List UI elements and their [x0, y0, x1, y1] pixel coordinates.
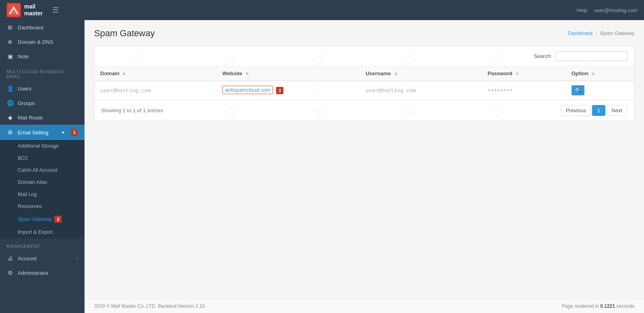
pagination-info: Showing 1 to 1 of 1 entries — [101, 107, 163, 113]
spam-gateway-table: Domain ⇅ Website ⇅ Username ⇅ — [95, 66, 634, 100]
search-label: Search: — [534, 53, 552, 59]
groups-icon: 🌐 — [6, 100, 14, 106]
sidebar-item-users[interactable]: 👤 Users — [0, 81, 85, 96]
sidebar-section-business: Multi-Cloud Business Email — [0, 64, 85, 81]
sidebar-section-management: Management — [0, 238, 85, 251]
sidebar-item-note[interactable]: ▣ Note — [0, 49, 85, 64]
breadcrumb-home[interactable]: Dashboard — [568, 31, 592, 36]
marker-1: 1 — [71, 129, 78, 136]
logo-text: mailmaster — [24, 3, 43, 17]
sort-icon-password[interactable]: ⇅ — [516, 72, 519, 76]
sidebar-sub-item-domain-alias[interactable]: Domain Alias — [0, 176, 85, 188]
pagination-controls: Previous 1 Next — [560, 105, 627, 116]
cell-username: user@hosting.com — [360, 81, 482, 100]
marker-2: 2 — [54, 216, 62, 223]
password-value: •••••••• — [488, 87, 513, 93]
sidebar-sub-item-mail-log[interactable]: Mail Log — [0, 188, 85, 200]
sidebar-sub-item-bcc[interactable]: BCC — [0, 152, 85, 164]
sidebar-item-administrator[interactable]: ⚙ Administrator — [0, 266, 85, 280]
domain-value: user@hosting.com — [100, 87, 151, 93]
email-setting-submenu: Additional Storage BCC Catch-All Account… — [0, 140, 85, 238]
logo-icon — [6, 3, 21, 17]
footer: 2019 © Mail Master Co.,LTD. Backend Vers… — [85, 299, 644, 313]
sidebar-item-label: Note — [18, 54, 29, 60]
cell-password: •••••••• — [482, 81, 566, 100]
cell-domain: user@hosting.com — [95, 81, 217, 100]
next-button[interactable]: Next — [606, 105, 627, 116]
note-icon: ▣ — [6, 53, 14, 60]
user-label: user@hosting.com — [594, 7, 638, 13]
help-link[interactable]: Help — [577, 7, 588, 13]
column-username: Username ⇅ — [360, 66, 482, 81]
sidebar-item-email-setting[interactable]: ⚙ Email Setting ▼ 1 — [0, 125, 85, 140]
marker-3: 3 — [276, 87, 283, 94]
sidebar-sub-item-spam-gateway[interactable]: Spam Gateway 2 — [0, 212, 85, 226]
domain-icon: ⊕ — [6, 39, 14, 45]
sidebar-item-label: Users — [18, 86, 31, 92]
hamburger-button[interactable]: ☰ — [52, 6, 59, 14]
main: Spam Gateway Dashboard / Spam Gateway //… — [85, 20, 644, 313]
column-website: Website ⇅ — [217, 66, 360, 81]
sidebar-item-groups[interactable]: 🌐 Groups — [0, 96, 85, 110]
table-row: user@hosting.com antispamcloud.com 3 use… — [95, 81, 634, 100]
logo: mailmaster — [6, 3, 43, 17]
sidebar-item-label: Groups — [18, 100, 35, 106]
breadcrumb-separator: / — [596, 31, 597, 36]
sidebar-sub-item-additional-storage[interactable]: Additional Storage — [0, 140, 85, 152]
card-content: Search: Domain ⇅ Web — [95, 46, 634, 121]
breadcrumb-current: Spam Gateway — [600, 31, 634, 36]
sidebar-item-mail-route[interactable]: ◆ Mail Route — [0, 110, 85, 125]
email-setting-icon: ⚙ — [6, 129, 14, 136]
dashboard-icon: ⊞ — [6, 24, 14, 31]
content-area: Spam Gateway Dashboard / Spam Gateway //… — [85, 20, 644, 299]
search-input[interactable] — [555, 51, 627, 61]
website-link[interactable]: antispamcloud.com — [222, 86, 273, 94]
cell-website: antispamcloud.com 3 — [217, 81, 360, 100]
layout: ⊞ Dashboard ⊕ Domain & DNS ▣ Note Multi-… — [0, 20, 644, 313]
sidebar-item-label: Administrator — [18, 270, 49, 276]
view-button[interactable]: 🔍 — [572, 85, 584, 95]
account-icon: 🖨 — [6, 255, 14, 262]
previous-button[interactable]: Previous — [560, 105, 591, 116]
breadcrumb: Dashboard / Spam Gateway — [568, 31, 634, 36]
topbar-right: Help user@hosting.com — [577, 7, 638, 13]
footer-copyright: 2019 © Mail Master Co.,LTD. Backend Vers… — [94, 303, 205, 309]
table-header-row: Domain ⇅ Website ⇅ Username ⇅ — [95, 66, 634, 81]
footer-render: Page rendered in 0.1221 seconds — [562, 303, 634, 309]
page-title: Spam Gateway — [94, 28, 155, 39]
column-domain: Domain ⇅ — [95, 66, 217, 81]
sidebar-item-label: Domain & DNS — [18, 39, 53, 45]
mail-route-icon: ◆ — [6, 114, 14, 121]
topbar: mailmaster ☰ Help user@hosting.com — [0, 0, 644, 20]
users-icon: 👤 — [6, 85, 14, 92]
column-password: Password ⇅ — [482, 66, 566, 81]
administrator-icon: ⚙ — [6, 270, 14, 276]
sidebar: ⊞ Dashboard ⊕ Domain & DNS ▣ Note Multi-… — [0, 20, 85, 313]
sidebar-sub-item-resources[interactable]: Resources — [0, 200, 85, 212]
sidebar-item-label: Email Setting — [18, 130, 49, 136]
sort-icon-option[interactable]: ⇅ — [591, 72, 594, 76]
sidebar-sub-item-catch-all[interactable]: Catch-All Account — [0, 164, 85, 176]
search-bar: Search: — [95, 46, 634, 66]
sort-icon-domain[interactable]: ⇅ — [122, 72, 126, 76]
username-value: user@hosting.com — [365, 87, 416, 93]
page-header: Spam Gateway Dashboard / Spam Gateway — [94, 28, 634, 39]
pagination-area: Showing 1 to 1 of 1 entries Previous 1 N… — [95, 100, 634, 121]
chevron-right-icon: › — [77, 256, 78, 261]
sidebar-item-account[interactable]: 🖨 Account › — [0, 251, 85, 266]
sidebar-item-label: Account — [18, 255, 37, 262]
sidebar-sub-item-import-export[interactable]: Import & Export — [0, 226, 85, 238]
spam-gateway-card: // Generate watermark cells for(let i=0;… — [94, 46, 634, 121]
sort-icon-website[interactable]: ⇅ — [246, 72, 249, 76]
sidebar-item-label: Mail Route — [18, 115, 43, 121]
sort-icon-username[interactable]: ⇅ — [394, 72, 397, 76]
page-1-button[interactable]: 1 — [592, 105, 605, 116]
sidebar-item-domain-dns[interactable]: ⊕ Domain & DNS — [0, 35, 85, 49]
cell-option: 🔍 — [566, 81, 634, 100]
sidebar-item-dashboard[interactable]: ⊞ Dashboard — [0, 20, 85, 35]
column-option: Option ⇅ — [566, 66, 634, 81]
chevron-down-icon: ▼ — [61, 130, 65, 135]
sidebar-item-label: Dashboard — [18, 25, 43, 31]
